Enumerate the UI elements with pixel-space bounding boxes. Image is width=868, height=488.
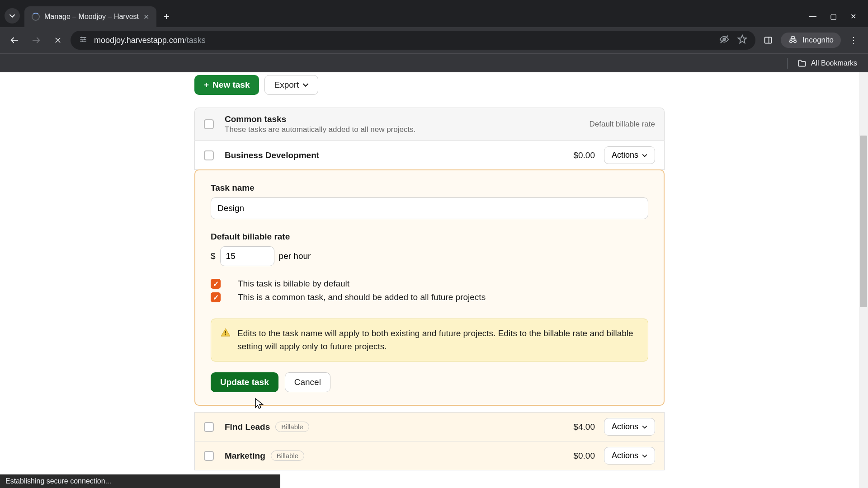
export-button[interactable]: Export [264, 75, 318, 95]
svg-point-2 [82, 40, 83, 42]
scrollbar[interactable] [859, 72, 868, 488]
chevron-down-icon [642, 424, 647, 430]
section-subtitle: These tasks are automatically added to a… [225, 125, 415, 134]
svg-point-1 [84, 38, 85, 40]
chevron-down-icon [9, 13, 15, 19]
plus-icon: + [204, 80, 209, 90]
billable-checkbox[interactable]: ✓ [211, 279, 221, 289]
tab-search-button[interactable] [5, 8, 20, 23]
task-actions-button[interactable]: Actions [604, 418, 655, 436]
back-button[interactable] [5, 31, 24, 49]
eye-off-icon[interactable] [719, 34, 729, 47]
window-controls: ― ▢ ✕ [809, 12, 868, 21]
task-row: Find Leads Billable $4.00 Actions [194, 412, 665, 441]
bookmark-star-icon[interactable] [737, 34, 747, 47]
rate-label: Default billable rate [211, 232, 648, 242]
arrow-right-icon [31, 35, 41, 45]
url-text: moodjoy.harvestapp.com/tasks [94, 36, 206, 45]
folder-icon [797, 59, 807, 68]
billable-badge: Billable [271, 450, 304, 461]
task-name: Find Leads [225, 422, 270, 432]
maximize-button[interactable]: ▢ [830, 12, 837, 21]
browser-status-bar: Establishing secure connection... [0, 474, 280, 488]
close-tab-button[interactable]: ✕ [143, 13, 149, 21]
billable-checkbox-label: This task is billable by default [238, 279, 349, 289]
rate-column-header: Default billable rate [589, 120, 655, 129]
task-row: Marketing Billable $0.00 Actions [194, 441, 665, 470]
new-tab-button[interactable]: + [156, 11, 177, 23]
task-row: Business Development $0.00 Actions [194, 141, 665, 170]
update-task-button[interactable]: Update task [211, 372, 278, 392]
currency-symbol: $ [211, 251, 216, 261]
task-rate: $0.00 [573, 150, 595, 160]
common-task-checkbox-label: This is a common task, and should be add… [238, 292, 486, 302]
bookmarks-bar: All Bookmarks [0, 53, 868, 72]
chevron-down-icon [302, 82, 309, 88]
chevron-down-icon [642, 453, 647, 459]
task-name: Marketing [225, 451, 265, 461]
arrow-left-icon [9, 35, 19, 45]
task-checkbox[interactable] [204, 422, 214, 432]
browser-tab[interactable]: Manage – Moodjoy – Harvest ✕ [24, 6, 156, 27]
browser-toolbar: moodjoy.harvestapp.com/tasks Incognito ⋮ [0, 27, 868, 53]
page-actions: + New task Export [194, 75, 665, 95]
task-actions-button[interactable]: Actions [604, 146, 655, 164]
svg-point-8 [225, 334, 226, 335]
common-tasks-header: Common tasks These tasks are automatical… [194, 108, 665, 141]
per-hour-label: per hour [279, 251, 311, 261]
task-actions-button[interactable]: Actions [604, 447, 655, 465]
panel-icon [764, 36, 773, 45]
stop-icon [54, 36, 62, 44]
incognito-indicator[interactable]: Incognito [781, 33, 841, 48]
warning-message: Edits to the task name will apply to bot… [211, 319, 648, 361]
close-window-button[interactable]: ✕ [850, 12, 856, 21]
task-checkbox[interactable] [204, 150, 214, 160]
tab-title: Manage – Moodjoy – Harvest [44, 13, 139, 21]
stop-reload-button[interactable] [49, 31, 67, 49]
site-settings-icon[interactable] [79, 35, 88, 46]
select-all-checkbox[interactable] [204, 119, 214, 129]
side-panel-button[interactable] [759, 31, 777, 49]
section-title: Common tasks [225, 114, 415, 124]
edit-task-panel: Task name Default billable rate $ per ho… [194, 169, 665, 406]
browser-titlebar: Manage – Moodjoy – Harvest ✕ + ― ▢ ✕ [0, 0, 868, 27]
minimize-button[interactable]: ― [809, 12, 816, 21]
warning-icon [220, 327, 231, 338]
task-rate: $0.00 [573, 451, 595, 461]
task-name-label: Task name [211, 183, 648, 193]
task-rate: $4.00 [573, 422, 595, 432]
browser-menu-button[interactable]: ⋮ [844, 31, 863, 49]
chevron-down-icon [642, 153, 647, 158]
incognito-icon [788, 35, 798, 45]
new-task-button[interactable]: + New task [194, 75, 259, 95]
rate-input[interactable] [220, 246, 274, 266]
common-task-checkbox[interactable]: ✓ [211, 292, 221, 302]
task-name-input[interactable] [211, 197, 648, 219]
cancel-button[interactable]: Cancel [285, 372, 330, 392]
loading-spinner-icon [32, 13, 40, 21]
svg-point-0 [81, 37, 82, 38]
warning-text: Edits to the task name will apply to bot… [237, 327, 639, 353]
task-name: Business Development [225, 150, 319, 160]
address-bar[interactable]: moodjoy.harvestapp.com/tasks [71, 31, 755, 50]
billable-badge: Billable [275, 422, 309, 432]
all-bookmarks-button[interactable]: All Bookmarks [811, 59, 857, 67]
svg-rect-5 [765, 37, 772, 43]
scrollbar-thumb[interactable] [860, 136, 867, 307]
forward-button[interactable] [27, 31, 45, 49]
task-checkbox[interactable] [204, 451, 214, 461]
